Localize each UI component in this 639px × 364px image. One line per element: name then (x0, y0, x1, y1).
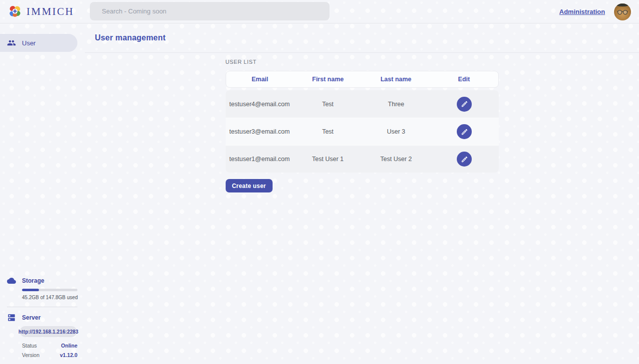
user-list-title: USER LIST (226, 59, 499, 65)
edit-user-button[interactable] (457, 124, 472, 139)
sidebar-item-label: User (22, 39, 35, 47)
cloud-icon (7, 276, 16, 285)
cell-email: testuser4@email.com (226, 101, 294, 108)
pencil-icon (461, 128, 468, 136)
column-header-first-name: First name (294, 76, 362, 83)
column-header-last-name: Last name (362, 76, 430, 83)
cell-email: testuser1@email.com (226, 156, 294, 163)
main-content: User management USER LIST Email First na… (85, 23, 639, 364)
cell-first-name: Test User 1 (294, 156, 362, 163)
version-label: Version (22, 352, 39, 358)
brand-name: IMMICH (26, 5, 74, 18)
sidebar: User Storage 45.2GB of 147.8GB used Serv… (0, 23, 85, 364)
table-row: testuser3@email.com Test User 3 (226, 118, 499, 145)
edit-user-button[interactable] (457, 97, 472, 112)
server-icon (7, 313, 16, 322)
status-label: Status (22, 343, 37, 349)
server-title: Server (22, 314, 40, 321)
pencil-icon (461, 100, 468, 108)
status-value: Online (61, 343, 77, 349)
cell-email: testuser3@email.com (226, 128, 294, 135)
user-table-header: Email First name Last name Edit (226, 71, 499, 88)
server-url-badge: http://192.168.1.216:2283 (20, 326, 77, 337)
version-value: v1.12.0 (60, 352, 77, 358)
user-table-body: testuser4@email.com Test Three (226, 90, 499, 173)
storage-section-title: Storage (7, 276, 77, 285)
edit-user-button[interactable] (457, 152, 472, 167)
cell-last-name: User 3 (362, 128, 430, 135)
server-version-row: Version v1.12.0 (22, 352, 77, 358)
storage-progress-fill (22, 289, 39, 291)
users-icon (7, 38, 16, 47)
cell-last-name: Test User 2 (362, 156, 430, 163)
storage-title: Storage (22, 277, 44, 284)
pencil-icon (461, 156, 468, 163)
page-title: User management (95, 33, 166, 42)
table-row: testuser1@email.com Test User 1 Test Use… (226, 145, 499, 173)
glasses-photo (617, 9, 628, 15)
administration-link[interactable]: Administration (559, 8, 605, 15)
create-user-button[interactable]: Create user (226, 179, 273, 192)
column-header-edit: Edit (430, 76, 498, 83)
immich-logo-icon (8, 4, 22, 18)
cell-first-name: Test (294, 128, 362, 135)
brand[interactable]: IMMICH (8, 4, 74, 18)
sidebar-item-user[interactable]: User (0, 34, 77, 52)
cell-last-name: Three (362, 101, 430, 108)
search-input[interactable] (90, 2, 329, 20)
server-status-row: Status Online (22, 343, 77, 349)
column-header-email: Email (226, 76, 294, 83)
table-row: testuser4@email.com Test Three (226, 90, 499, 118)
sidebar-divider (7, 307, 77, 307)
storage-usage-text: 45.2GB of 147.8GB used (22, 295, 77, 300)
server-section-title: Server (7, 313, 77, 322)
app-header: IMMICH Administration (0, 0, 639, 23)
user-list-section: USER LIST Email First name Last name Edi… (226, 59, 499, 192)
cell-first-name: Test (294, 101, 362, 108)
page-title-row: User management (85, 23, 639, 53)
storage-progress-bar (22, 289, 77, 291)
sidebar-bottom-panel: Storage 45.2GB of 147.8GB used Server ht… (7, 276, 77, 358)
avatar[interactable] (614, 3, 631, 20)
